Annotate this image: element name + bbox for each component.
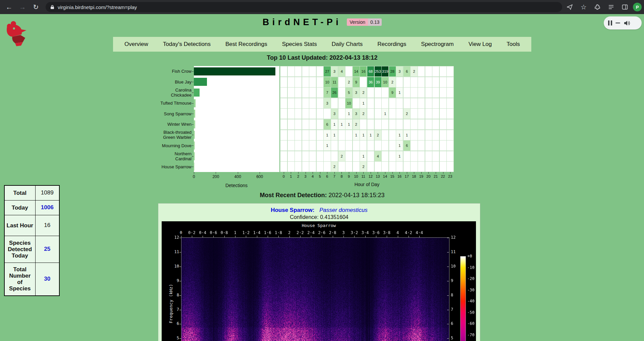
url-bar[interactable]: virginia.birdnetpi.com/?stream=play bbox=[46, 2, 562, 12]
bookmark-star-icon[interactable]: ☆ bbox=[578, 1, 589, 13]
spectrogram-time-tick: 3·6 bbox=[370, 230, 382, 235]
heatmap-cell bbox=[410, 98, 418, 109]
extensions-icon[interactable] bbox=[592, 1, 603, 13]
axis-tick bbox=[289, 236, 290, 237]
heatmap-cell bbox=[302, 151, 309, 162]
nav-item-overview[interactable]: Overview bbox=[122, 40, 151, 49]
volume-icon[interactable] bbox=[624, 20, 630, 26]
heatmap-cell bbox=[381, 140, 389, 151]
heatmap-cell: 1 bbox=[323, 130, 331, 140]
species-label: Winter Wren bbox=[118, 122, 192, 127]
axis-tick bbox=[181, 236, 181, 237]
reading-list-icon[interactable] bbox=[605, 1, 617, 13]
heatmap-cell bbox=[287, 151, 295, 162]
heatmap-cell: 1 bbox=[360, 151, 367, 162]
heatmap-cell bbox=[287, 66, 295, 77]
heatmap-cell bbox=[374, 98, 382, 109]
share-icon[interactable] bbox=[564, 1, 576, 13]
heatmap-cell: 1 bbox=[360, 130, 367, 140]
spectrogram-freq-tick-right: 12 bbox=[451, 235, 461, 240]
audio-player[interactable] bbox=[604, 16, 642, 30]
profile-avatar[interactable]: P bbox=[633, 3, 642, 11]
axis-tick bbox=[447, 338, 449, 339]
heatmap-cell bbox=[280, 87, 287, 98]
heatmap-cell bbox=[432, 87, 439, 98]
heatmap-cell: 27 bbox=[323, 66, 331, 77]
back-icon[interactable]: ← bbox=[3, 1, 15, 13]
axis-tick bbox=[385, 172, 385, 174]
heatmap-cell: 3 bbox=[353, 108, 360, 119]
axis-tick bbox=[322, 236, 322, 237]
axis-tick bbox=[298, 172, 299, 174]
hour-tick-label: 23 bbox=[446, 174, 454, 178]
heatmap-cell bbox=[389, 130, 396, 140]
heatmap-cell: 1 bbox=[396, 130, 403, 140]
heatmap-cell bbox=[338, 77, 345, 88]
seek-bar[interactable] bbox=[615, 22, 620, 23]
axis-tick bbox=[447, 310, 449, 310]
stats-value-link[interactable]: 30 bbox=[35, 263, 59, 296]
heatmap-cell bbox=[425, 66, 432, 77]
detection-bar bbox=[194, 163, 195, 171]
spectrogram-time-tick: 1·8 bbox=[273, 230, 284, 235]
nav-item-spectrogram[interactable]: Spectrogram bbox=[418, 40, 456, 49]
nav-item-recordings[interactable]: Recordings bbox=[375, 40, 409, 49]
heatmap-cell bbox=[403, 77, 411, 88]
heatmap-cell bbox=[374, 161, 382, 172]
heatmap-cell bbox=[396, 108, 403, 119]
nav-item-species-stats[interactable]: Species Stats bbox=[279, 40, 320, 49]
heatmap-cell bbox=[316, 77, 324, 88]
heatmap-cell bbox=[439, 108, 447, 119]
pause-button[interactable] bbox=[608, 20, 612, 25]
heatmap-cell: 2 bbox=[331, 161, 338, 172]
heatmap-cell bbox=[418, 108, 425, 119]
spectrogram-freq-tick-right: 7 bbox=[451, 307, 461, 312]
nav-item-tools[interactable]: Tools bbox=[504, 40, 523, 49]
axis-tick bbox=[306, 172, 306, 174]
detection-bar bbox=[194, 78, 207, 86]
heatmap-cell bbox=[302, 119, 309, 130]
species-label: Mourning Dove bbox=[118, 143, 192, 148]
spectrogram-time-tick: 2·6 bbox=[316, 230, 327, 235]
reload-icon[interactable]: ↻ bbox=[30, 1, 42, 13]
axis-tick bbox=[320, 172, 320, 174]
heatmap-cell bbox=[425, 151, 432, 162]
stats-label: Total bbox=[4, 185, 35, 200]
nav-item-today-s-detections[interactable]: Today's Detections bbox=[160, 40, 213, 49]
heatmap-cell bbox=[432, 151, 439, 162]
nav-item-view-log[interactable]: View Log bbox=[466, 40, 495, 49]
heatmap-cell: 3 bbox=[396, 66, 403, 77]
side-panel-icon[interactable] bbox=[619, 1, 631, 13]
stats-value-link[interactable]: 25 bbox=[35, 236, 59, 263]
axis-tick bbox=[194, 172, 194, 174]
heatmap-cell bbox=[294, 77, 302, 88]
stats-value-link[interactable]: 1006 bbox=[35, 200, 59, 215]
heatmap-cell bbox=[439, 151, 447, 162]
detection-title: House Sparrow: Passer domesticus bbox=[158, 207, 480, 214]
spectrogram-freq-tick: 8 bbox=[169, 293, 179, 297]
hour-tick-label: 4 bbox=[309, 174, 317, 178]
heatmap-cell: 3 bbox=[331, 66, 338, 77]
heatmap-cell: 11 bbox=[331, 77, 338, 88]
axis-tick bbox=[343, 236, 344, 237]
axis-tick bbox=[371, 172, 371, 174]
heatmap-cell bbox=[360, 119, 367, 130]
heatmap-cell bbox=[345, 66, 353, 77]
nav-item-best-recordings[interactable]: Best Recordings bbox=[223, 40, 270, 49]
axis-tick bbox=[300, 236, 301, 237]
nav-item-daily-charts[interactable]: Daily Charts bbox=[329, 40, 366, 49]
heatmap-cell bbox=[446, 151, 454, 162]
heatmap-cell: 10 bbox=[381, 77, 389, 88]
heatmap-cell: 1 bbox=[367, 130, 374, 140]
species-common-name-link[interactable]: House Sparrow: bbox=[271, 207, 314, 213]
heatmap-cell bbox=[418, 98, 425, 109]
heatmap-cell bbox=[403, 119, 411, 130]
forward-icon[interactable]: → bbox=[17, 1, 28, 13]
axis-tick bbox=[419, 236, 420, 237]
species-label: Blue Jay bbox=[118, 79, 192, 84]
heatmap-cell bbox=[446, 119, 454, 130]
spectrogram-time-tick: 3·4 bbox=[360, 230, 371, 235]
heatmap-cell bbox=[280, 151, 287, 162]
heatmap-cell bbox=[403, 87, 411, 98]
heatmap-cell bbox=[396, 161, 403, 172]
